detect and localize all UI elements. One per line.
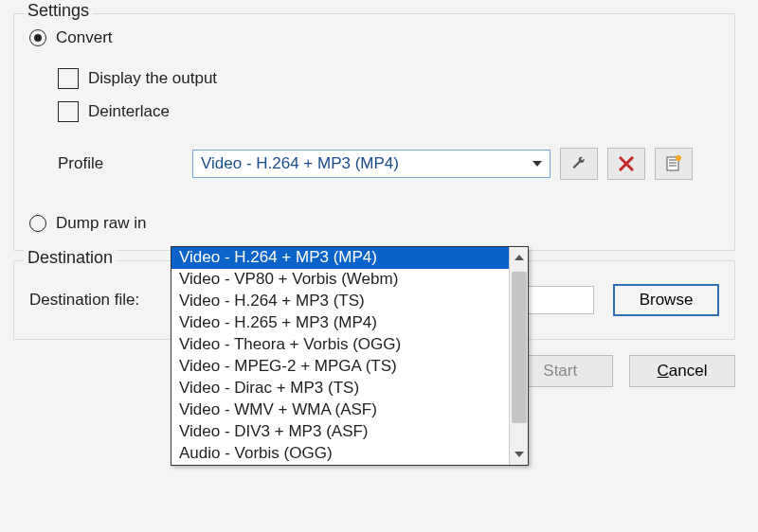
convert-radio[interactable]: Convert — [29, 28, 113, 47]
deinterlace-checkbox[interactable]: Deinterlace — [58, 101, 170, 122]
checkbox-icon — [58, 101, 79, 122]
destination-legend: Destination — [24, 248, 117, 268]
checkbox-icon — [58, 68, 79, 89]
scroll-thumb[interactable] — [512, 272, 527, 423]
cancel-button-label: ancel — [669, 362, 708, 380]
dump-raw-label: Dump raw in — [56, 214, 146, 233]
dump-raw-radio[interactable]: Dump raw in — [29, 214, 146, 233]
list-new-icon — [665, 155, 682, 172]
profile-combobox[interactable]: Video - H.264 + MP3 (MP4) — [192, 150, 550, 178]
display-output-checkbox[interactable]: Display the output — [58, 68, 217, 89]
browse-button[interactable]: Browse — [613, 284, 719, 316]
delete-profile-button[interactable] — [607, 148, 645, 180]
radio-dot-icon — [29, 215, 46, 232]
radio-dot-icon — [29, 29, 46, 46]
chevron-down-icon — [529, 161, 546, 167]
dropdown-scrollbar[interactable] — [509, 247, 528, 465]
cancel-mnemonic: C — [658, 362, 669, 380]
wrench-icon — [570, 155, 587, 172]
profile-option[interactable]: Video - WMV + WMA (ASF) — [171, 399, 509, 421]
edit-profile-button[interactable] — [560, 148, 598, 180]
chevron-down-icon — [514, 452, 524, 457]
cancel-button[interactable]: Cancel — [629, 355, 735, 387]
profile-option[interactable]: Video - H.264 + MP3 (MP4) — [171, 247, 509, 269]
profile-dropdown-list[interactable]: Video - H.264 + MP3 (MP4)Video - VP80 + … — [171, 246, 529, 466]
convert-radio-label: Convert — [56, 28, 113, 47]
new-profile-button[interactable] — [655, 148, 693, 180]
profile-option[interactable]: Video - H.265 + MP3 (MP4) — [171, 312, 509, 334]
profile-option[interactable]: Video - Dirac + MP3 (TS) — [171, 378, 509, 399]
profile-option[interactable]: Video - Theora + Vorbis (OGG) — [171, 334, 509, 356]
profile-option[interactable]: Video - DIV3 + MP3 (ASF) — [171, 421, 509, 443]
settings-legend: Settings — [24, 1, 93, 21]
profile-option[interactable]: Video - MPEG-2 + MPGA (TS) — [171, 356, 509, 378]
profile-option[interactable]: Video - VP80 + Vorbis (Webm) — [171, 269, 509, 291]
profile-label: Profile — [58, 154, 192, 173]
svg-point-4 — [676, 155, 681, 161]
x-icon — [619, 156, 634, 171]
chevron-up-icon — [514, 255, 524, 260]
settings-fieldset: Settings Convert Display the output Dein… — [13, 13, 735, 251]
scroll-down-button[interactable] — [510, 444, 529, 465]
profile-selected-text: Video - H.264 + MP3 (MP4) — [201, 154, 529, 173]
scroll-up-button[interactable] — [510, 247, 529, 268]
profile-option[interactable]: Video - H.264 + MP3 (TS) — [171, 291, 509, 312]
profile-option[interactable]: Audio - Vorbis (OGG) — [171, 443, 509, 465]
deinterlace-label: Deinterlace — [88, 102, 170, 121]
destination-file-label: Destination file: — [29, 291, 185, 310]
display-output-label: Display the output — [88, 69, 217, 88]
